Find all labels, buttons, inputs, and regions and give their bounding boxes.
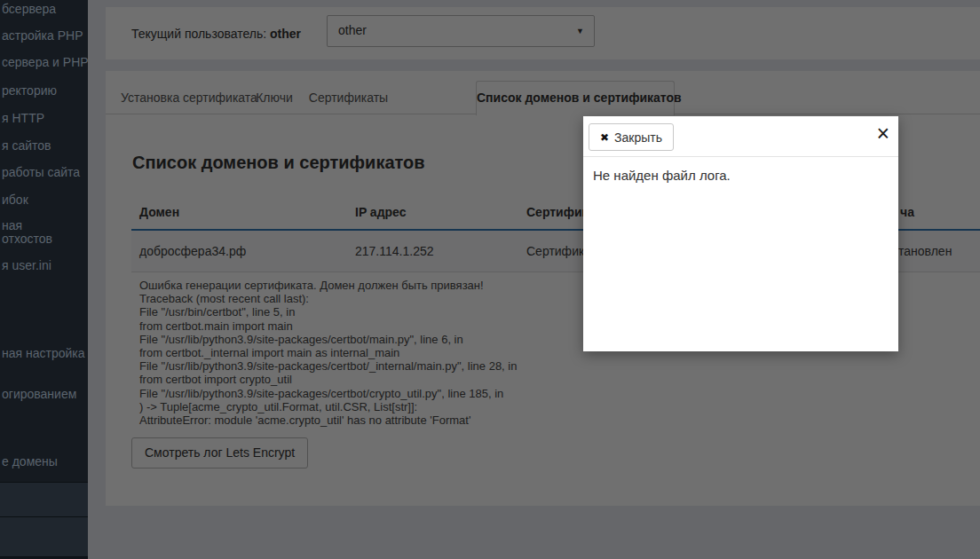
app-root: бсервера астройка PHP сервера и PHP рект…: [0, 0, 980, 559]
sidebar-item[interactable]: отхостов: [2, 232, 52, 246]
sidebar-item[interactable]: ная настройка: [2, 346, 85, 360]
modal-x-close-icon[interactable]: ×: [876, 118, 889, 149]
modal-header: ✖ Закрыть ×: [583, 116, 898, 157]
modal-close-button-label: Закрыть: [614, 130, 662, 145]
close-icon: ✖: [600, 131, 609, 144]
sidebar: бсервера астройка PHP сервера и PHP рект…: [0, 0, 88, 559]
sidebar-item[interactable]: я HTTP: [2, 111, 44, 125]
modal-body: Не найден файл лога.: [583, 157, 898, 193]
sidebar-item[interactable]: астройка PHP: [2, 28, 83, 43]
sidebar-item[interactable]: ная: [2, 218, 22, 232]
sidebar-item[interactable]: ректорию: [2, 83, 57, 98]
modal-message: Не найден файл лога.: [593, 168, 731, 183]
sidebar-footer-item-1[interactable]: [0, 482, 88, 516]
sidebar-item[interactable]: огированием: [2, 387, 76, 401]
sidebar-item[interactable]: сервера и PHP: [2, 55, 89, 69]
sidebar-item[interactable]: ибок: [2, 193, 28, 207]
sidebar-item[interactable]: бсервера: [2, 2, 56, 16]
log-modal: ✖ Закрыть × Не найден файл лога.: [583, 116, 898, 351]
sidebar-footer-item-2[interactable]: [0, 516, 88, 556]
sidebar-item[interactable]: работы сайта: [2, 165, 80, 179]
sidebar-item[interactable]: е домены: [2, 454, 58, 468]
sidebar-item[interactable]: я user.ini: [2, 258, 51, 272]
sidebar-item[interactable]: я сайтов: [2, 138, 51, 153]
modal-close-button[interactable]: ✖ Закрыть: [589, 123, 674, 151]
